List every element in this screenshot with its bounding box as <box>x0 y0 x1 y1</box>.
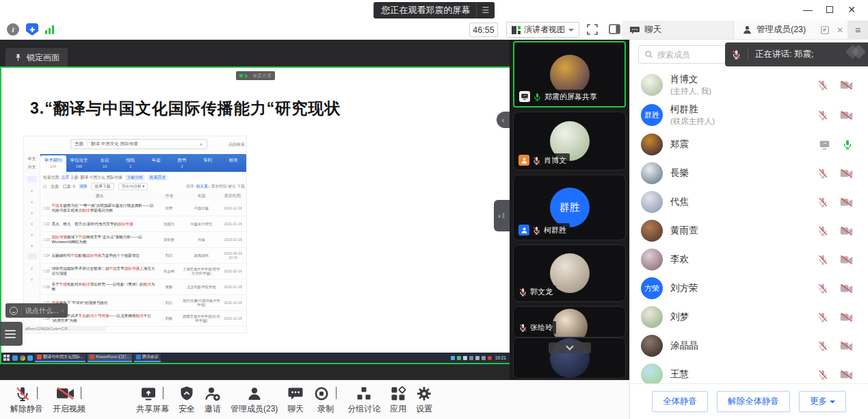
close-panel-icon[interactable]: ✕ <box>837 25 843 35</box>
toolbar-item[interactable]: 管理成员(23) <box>226 385 282 415</box>
video-tile[interactable]: 郭文龙 <box>513 244 626 302</box>
member-status-icons <box>817 225 857 236</box>
tile-label: 肖博文 <box>516 153 570 167</box>
cnki-search-bar: 主题 翻译 中国文化 国际传播 ⌕ <box>70 139 207 149</box>
cnki-tab: 年鉴 <box>144 154 170 172</box>
lock-view-button[interactable]: 锁定画面 <box>5 48 68 67</box>
member-row[interactable]: 群胜 柯群胜 (联席主持人) <box>630 100 868 130</box>
collapse-strip-handle[interactable]: ‹ <box>497 112 510 128</box>
network-signal-icon[interactable] <box>45 25 54 34</box>
toolbar-item[interactable]: 解除静音 <box>5 385 48 415</box>
say-something-bar[interactable]: 说点什么... ‹ <box>5 303 68 318</box>
cnki-result-row: ☐25 译研作品国际学术研讨会暨第二届中国文学国际传播上海交大论坛综述 尚必武 … <box>41 264 246 279</box>
toolbar-item[interactable]: 安全 <box>174 385 200 415</box>
tab-chat[interactable]: 聊天 <box>622 21 734 39</box>
mic-muted-icon <box>532 156 541 165</box>
video-thumbnail-strip: 郑震的屏幕共享 肖博文 群胜 柯群胜 郭文龙 张绘玲 <box>510 40 629 380</box>
expand-panel-handle[interactable]: ›‖ <box>494 200 510 231</box>
tile-avatar <box>552 309 588 338</box>
emoji-icon <box>10 307 18 315</box>
chevron-up-icon[interactable] <box>336 387 337 399</box>
chat-icon <box>629 25 640 36</box>
cnki-result-row: ☐27 传播视角下“中译外”的现状与路径 刘云 现代传播(中国传媒大学学报) 2… <box>41 295 246 311</box>
member-row[interactable]: 長樂 <box>630 159 868 188</box>
cnki-advanced-link: 高级检索 <box>228 142 245 148</box>
member-status-icons <box>817 369 857 380</box>
mute-all-button[interactable]: 全体静音 <box>652 391 708 412</box>
video-tile[interactable] <box>513 338 626 379</box>
panel-header: 聊天 管理成员(23) ✕ ≡ <box>622 21 868 40</box>
toolbar-item[interactable]: 邀请 <box>200 385 226 415</box>
toolbar-item[interactable]: 分组讨论 <box>343 385 385 415</box>
member-avatar <box>641 74 663 96</box>
member-row[interactable]: 王慧 <box>630 360 868 383</box>
member-row[interactable]: 代焦 <box>630 188 868 216</box>
banner-menu-icon[interactable]: ☰ <box>476 2 490 18</box>
shared-screen-stage: 锁定画面 屏幕共享 3.“翻译与中国文化国际传播能力“研究现状 主题 翻译 中国… <box>0 40 510 380</box>
member-row[interactable]: 方荣 刘方荣 <box>630 274 868 303</box>
member-avatar: 方荣 <box>641 277 663 299</box>
caption-list-button[interactable] <box>0 322 23 346</box>
toolbar-item[interactable]: 共享屏幕 <box>131 385 174 415</box>
member-row[interactable]: 李欢 <box>630 245 868 274</box>
video-tile[interactable]: 郑震的屏幕共享 <box>513 41 626 107</box>
watermark-logo <box>847 47 864 57</box>
search-icon <box>644 50 653 59</box>
slide-title: 3.“翻译与中国文化国际传播能力“研究现状 <box>30 98 341 119</box>
cnki-result-row: ☐21 中国主题图书在“一带一路”沿线国家出版发行情况调析——以丝路书香工程重点… <box>41 201 246 216</box>
titlebar: 您正在观看郑震的屏幕 ☰ — ✕ <box>0 0 868 21</box>
meeting-security-icon[interactable]: ✚ <box>26 23 38 36</box>
speaker-view-icon <box>512 26 521 34</box>
video-tile[interactable]: 肖博文 <box>513 112 626 170</box>
tile-label: 柯群胜 <box>516 223 570 237</box>
unmute-all-button[interactable]: 解除全体静音 <box>717 391 790 412</box>
minimize-button[interactable]: — <box>797 1 819 18</box>
member-avatar <box>641 220 663 242</box>
side-panel-toggle[interactable] <box>609 24 620 34</box>
shared-screen-content: 屏幕共享 3.“翻译与中国文化国际传播能力“研究现状 主题 翻译 中国文化 国际… <box>0 66 510 364</box>
screen-share-badge-icon <box>519 91 530 102</box>
video-tile[interactable]: 张绘玲 <box>513 306 626 338</box>
watching-banner-text: 您正在观看郑震的屏幕 <box>382 2 471 18</box>
view-mode-dropdown[interactable]: 演讲者视图 <box>506 22 579 38</box>
member-row[interactable]: 肖博文 (主持人, 我) <box>630 70 868 100</box>
chevron-up-icon[interactable] <box>163 387 163 399</box>
popout-panel-icon[interactable] <box>820 25 830 35</box>
chevron-up-icon[interactable] <box>37 387 38 399</box>
watching-banner: 您正在观看郑震的屏幕 ☰ <box>373 2 495 18</box>
mic-muted-icon <box>518 323 527 332</box>
toolbar-item[interactable]: 录制 <box>308 385 343 415</box>
hand-raised-badge-icon <box>518 155 529 166</box>
tile-avatar: 群胜 <box>550 188 590 227</box>
chevron-up-icon[interactable] <box>81 387 81 399</box>
video-tile[interactable]: 群胜 柯群胜 <box>513 175 626 240</box>
meeting-timer: 46:55 <box>469 23 498 37</box>
toolbar-item[interactable]: 应用 <box>385 385 411 415</box>
maximize-button[interactable] <box>819 1 841 18</box>
panel-menu-icon[interactable]: ≡ <box>847 21 868 40</box>
taskbar-task: PowerPoint-幻灯... <box>88 354 132 362</box>
cnki-tab: 图书2 <box>169 154 195 172</box>
more-button[interactable]: 更多 <box>799 391 846 412</box>
toolbar-item[interactable]: 开启视频 <box>48 385 90 415</box>
chrome-icon <box>20 355 25 361</box>
member-row[interactable]: 黄雨萱 <box>630 216 868 245</box>
member-status-icons <box>817 79 857 90</box>
member-status-icons <box>819 139 857 151</box>
cnki-result-row: ☐26 关于中国电影对外翻译理论研究——以电影《英雄》的翻译为例 黄勤 北京电影… <box>41 279 246 295</box>
cnki-tab: 会议13 <box>92 154 118 172</box>
collapse-tiles-button[interactable] <box>549 342 591 353</box>
tab-members[interactable]: 管理成员(23) <box>734 24 820 36</box>
close-button[interactable]: ✕ <box>841 1 863 18</box>
member-row[interactable]: 刘梦 <box>630 303 868 331</box>
speaking-toast: 正在讲话: 郑震; <box>725 42 868 66</box>
cnki-tab: 学术期刊124 <box>40 155 66 172</box>
toolbar-item[interactable]: 设置 <box>411 385 437 415</box>
member-avatar <box>641 134 663 155</box>
member-row[interactable]: 郑震 <box>630 130 868 159</box>
meeting-info-icon[interactable]: i <box>7 23 19 36</box>
start-button-icon <box>3 355 10 361</box>
toolbar-item[interactable]: 聊天 <box>282 385 308 415</box>
member-row[interactable]: 涂晶晶 <box>630 331 868 360</box>
fullscreen-button[interactable] <box>587 24 598 35</box>
